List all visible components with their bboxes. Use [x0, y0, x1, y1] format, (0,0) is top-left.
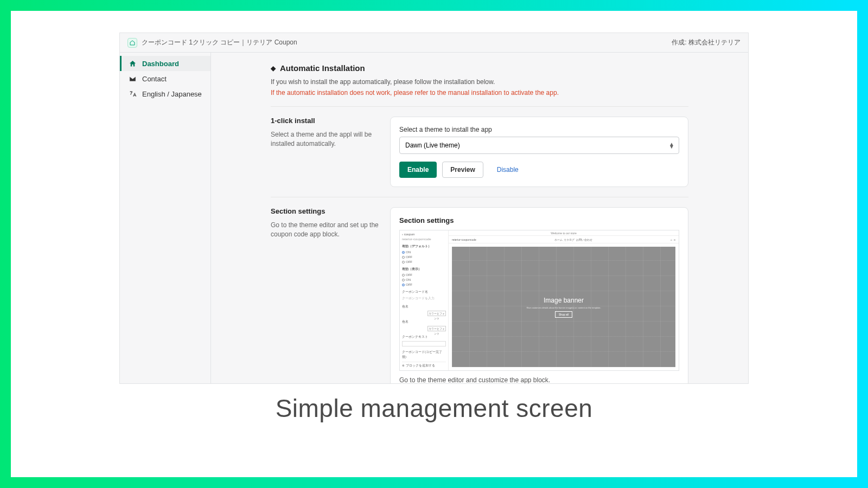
theme-editor-screenshot: ‹ coupon reterior-couponcode 有効（デフォルト） O… — [399, 230, 679, 371]
install-card: Select a theme to install the app Dawn (… — [390, 117, 688, 187]
page-warning: If the automatic installation does not w… — [271, 89, 688, 97]
editor-sidebar: ‹ coupon reterior-couponcode 有効（デフォルト） O… — [400, 230, 449, 370]
section-settings-desc: Go to the theme editor and set up the co… — [271, 221, 379, 239]
home-icon — [128, 59, 137, 68]
sidebar-item-contact[interactable]: Contact — [120, 71, 210, 86]
sidebar-item-label: Contact — [142, 75, 167, 83]
diamond-icon: ◆ — [271, 65, 276, 72]
page-description: If you wish to install the app automatic… — [271, 78, 688, 86]
search-icon: ⌕ ⊟ — [671, 238, 675, 241]
enable-button[interactable]: Enable — [399, 162, 437, 178]
topbar: クーポンコード 1クリック コピー｜リテリア Coupon 作成: 株式会社リテ… — [120, 33, 748, 53]
theme-select-value: Dawn (Live theme) — [405, 142, 460, 149]
theme-select[interactable]: Dawn (Live theme) ▲▼ — [399, 137, 679, 154]
sidebar-item-language[interactable]: English / Japanese — [120, 86, 210, 101]
section-settings-card: Section settings ‹ coupon reterior-coupo… — [390, 207, 688, 383]
disable-link[interactable]: Disable — [489, 162, 527, 178]
app-logo-icon — [127, 38, 137, 48]
theme-select-label: Select a theme to install the app — [399, 126, 679, 133]
sidebar-item-dashboard[interactable]: Dashboard — [120, 56, 210, 71]
app-window: クーポンコード 1クリック コピー｜リテリア Coupon 作成: 株式会社リテ… — [119, 33, 749, 384]
install-section-desc: Select a theme and the appl will be inst… — [271, 130, 379, 149]
sidebar-item-label: English / Japanese — [142, 90, 202, 98]
section-card-title: Section settings — [399, 216, 679, 224]
author-label: 作成: 株式会社リテリア — [672, 38, 741, 47]
mail-icon — [128, 74, 137, 83]
install-section-title: 1-click install — [271, 117, 379, 125]
sidebar-item-label: Dashboard — [142, 60, 179, 68]
hero-title: Image banner — [544, 297, 584, 304]
language-icon — [128, 89, 137, 98]
marketing-caption: Simple management screen — [11, 394, 857, 423]
page-title: ◆ Automatic Installation — [271, 63, 688, 73]
section-settings-title: Section settings — [271, 207, 379, 215]
editor-preview: Welcome to our store reterior-couponcode… — [449, 230, 679, 370]
chevron-updown-icon: ▲▼ — [669, 143, 674, 148]
sidebar: Dashboard Contact English / Japanese — [120, 53, 211, 383]
app-title: クーポンコード 1クリック コピー｜リテリア Coupon — [142, 38, 297, 47]
preview-button[interactable]: Preview — [442, 162, 483, 178]
section-card-caption: Go to the theme editor and customize the… — [399, 376, 679, 383]
main-content: ◆ Automatic Installation If you wish to … — [211, 53, 748, 383]
